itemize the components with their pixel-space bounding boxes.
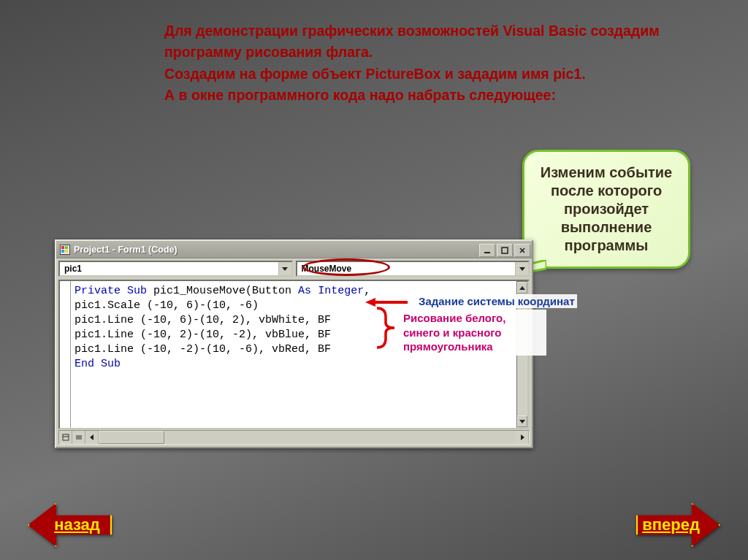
kw-endsub: End Sub (75, 358, 121, 370)
object-combo-text: pic1 (60, 264, 278, 274)
annotation-rects: Рисование белого, синего и красного прям… (400, 310, 546, 356)
red-arrow-icon (365, 297, 409, 307)
brace-icon (375, 307, 396, 349)
titlebar: Project1 - Form1 (Code) (56, 241, 532, 258)
event-combo-text: MouseMove (297, 264, 516, 274)
scroll-track[interactable] (99, 431, 516, 444)
scroll-right-icon[interactable] (516, 431, 529, 444)
scroll-up-icon[interactable] (517, 282, 527, 294)
nav-forward-button[interactable]: вперед (636, 503, 720, 547)
svg-rect-2 (502, 248, 508, 253)
window-title: Project1 - Form1 (Code) (74, 245, 178, 255)
code-l1-rest: pic1_MouseMove(Button (147, 285, 298, 297)
intro-text: Для демонстрации графических возможносте… (164, 20, 676, 106)
svg-rect-5 (63, 434, 69, 440)
intro-line3: А в окне программного кода надо набрать … (164, 87, 556, 103)
scroll-down-icon[interactable] (517, 415, 527, 427)
kw-sub: Sub (127, 285, 147, 297)
view-proc-icon[interactable] (72, 431, 85, 444)
intro-line2: Создадим на форме объект PictureBox и за… (164, 66, 586, 82)
scroll-thumb[interactable] (99, 431, 164, 444)
event-combo[interactable]: MouseMove (296, 261, 530, 277)
chevron-down-icon (515, 262, 528, 275)
annotation-coords: Задание системы координат (416, 294, 577, 308)
kw-as: As (298, 285, 311, 297)
nav-back-label: назад (54, 515, 100, 534)
nav-forward-label: вперед (642, 515, 700, 534)
kw-integer: Integer (318, 285, 364, 297)
svg-rect-1 (484, 252, 490, 253)
close-button[interactable] (514, 244, 530, 257)
chevron-down-icon (278, 262, 291, 275)
vb-form-icon (59, 244, 71, 256)
view-full-icon[interactable] (59, 431, 72, 444)
maximize-button[interactable] (497, 244, 513, 257)
object-combo[interactable]: pic1 (58, 261, 293, 277)
minimize-button[interactable] (479, 244, 495, 257)
callout-text: Изменим событие после которого произойде… (541, 164, 672, 253)
horizontal-scrollbar[interactable] (58, 430, 530, 445)
callout-bubble: Изменим событие после которого произойде… (522, 150, 690, 269)
nav-back-button[interactable]: назад (28, 503, 112, 547)
svg-marker-13 (365, 298, 375, 307)
svg-marker-10 (90, 434, 94, 440)
intro-line1: Для демонстрации графических возможносте… (164, 23, 660, 60)
svg-marker-11 (521, 434, 524, 440)
scroll-left-icon[interactable] (85, 431, 99, 444)
kw-private: Private (75, 285, 121, 297)
